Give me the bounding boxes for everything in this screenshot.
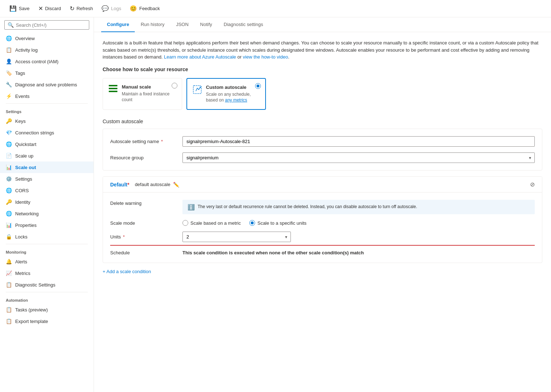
manual-scale-card[interactable]: Manual scale Maintain a fixed instance c… bbox=[103, 78, 182, 110]
sidebar-item-networking[interactable]: 🌐 Networking bbox=[0, 208, 94, 219]
content-body: Autoscale is a built-in feature that hel… bbox=[94, 32, 551, 281]
resource-group-select[interactable]: signalrpremium bbox=[182, 152, 535, 163]
feedback-icon: 😊 bbox=[130, 5, 137, 12]
add-scale-condition-button[interactable]: + Add a scale condition bbox=[103, 269, 542, 274]
sidebar-item-scale-up[interactable]: 📄 Scale up bbox=[0, 150, 94, 161]
info-icon: ℹ️ bbox=[188, 204, 195, 211]
sidebar-item-label: Connection strings bbox=[15, 130, 54, 135]
main-layout: 🔍 🌐 Overview 📋 Activity log 👤 Access con… bbox=[0, 17, 551, 392]
access-control-icon: 👤 bbox=[6, 59, 12, 64]
default-header-left: Default* default autoscale ✏️ bbox=[110, 182, 179, 188]
sidebar-item-tags[interactable]: 🏷️ Tags bbox=[0, 67, 94, 79]
sidebar-item-tasks[interactable]: 📋 Tasks (preview) bbox=[0, 304, 94, 315]
feedback-label: Feedback bbox=[139, 6, 160, 11]
sidebar-item-export-template[interactable]: 📋 Export template bbox=[0, 315, 94, 327]
custom-autoscale-card[interactable]: Custom autoscale Scale on any schedule, … bbox=[186, 78, 266, 110]
sidebar-item-label: Keys bbox=[15, 119, 26, 124]
manual-scale-radio[interactable] bbox=[172, 83, 177, 89]
scale-units-option[interactable]: Scale to a specific units bbox=[249, 220, 306, 226]
warning-text: The very last or default recurrence rule… bbox=[198, 203, 417, 210]
scale-metric-option[interactable]: Scale based on a metric bbox=[182, 220, 241, 226]
search-input[interactable] bbox=[16, 22, 86, 28]
sidebar-item-overview[interactable]: 🌐 Overview bbox=[0, 33, 94, 44]
warning-box: ℹ️ The very last or default recurrence r… bbox=[182, 200, 535, 214]
any-metrics-link[interactable]: any metrics bbox=[225, 98, 247, 103]
search-box[interactable]: 🔍 bbox=[4, 20, 89, 30]
setting-name-label: Autoscale setting name * bbox=[110, 139, 182, 144]
sidebar-item-properties[interactable]: 📊 Properties bbox=[0, 219, 94, 231]
logs-label: Logs bbox=[111, 6, 121, 11]
sidebar-item-alerts[interactable]: 🔔 Alerts bbox=[0, 256, 94, 267]
diagnostic-settings-icon: 📋 bbox=[6, 282, 12, 288]
search-icon: 🔍 bbox=[8, 22, 14, 28]
scale-metric-label: Scale based on a metric bbox=[190, 220, 241, 226]
sidebar-item-activity-log[interactable]: 📋 Activity log bbox=[0, 44, 94, 56]
tab-diagnostic-settings[interactable]: Diagnostic settings bbox=[218, 17, 269, 32]
connection-strings-icon: 💎 bbox=[6, 130, 12, 135]
feedback-button[interactable]: 😊 Feedback bbox=[126, 3, 163, 14]
tab-run-history[interactable]: Run history bbox=[135, 17, 170, 32]
sidebar-item-identity[interactable]: 🔑 Identity bbox=[0, 196, 94, 208]
resource-group-wrapper: signalrpremium ▾ bbox=[182, 152, 535, 163]
setting-name-input[interactable] bbox=[182, 136, 535, 147]
logs-button[interactable]: 💬 Logs bbox=[98, 3, 125, 14]
sidebar-item-label: Activity log bbox=[15, 47, 38, 53]
sidebar-item-access-control[interactable]: 👤 Access control (IAM) bbox=[0, 56, 94, 67]
sidebar-item-connection-strings[interactable]: 💎 Connection strings bbox=[0, 127, 94, 138]
divider-settings bbox=[6, 103, 88, 104]
metrics-icon: 📈 bbox=[6, 270, 12, 276]
tasks-icon: 📋 bbox=[6, 307, 12, 313]
view-video-link[interactable]: view the how-to video bbox=[243, 54, 288, 60]
networking-icon: 🌐 bbox=[6, 211, 12, 216]
scale-metric-radio[interactable] bbox=[182, 220, 188, 226]
custom-autoscale-content: Custom autoscale Scale on any schedule, … bbox=[206, 85, 259, 104]
delete-icon[interactable]: ⊘ bbox=[530, 181, 535, 188]
discard-label: Discard bbox=[45, 6, 61, 11]
manual-scale-desc: Maintain a fixed instance count bbox=[122, 91, 176, 103]
sidebar-item-locks[interactable]: 🔒 Locks bbox=[0, 231, 94, 242]
sidebar-item-cors[interactable]: 🌐 CORS bbox=[0, 185, 94, 196]
sidebar-item-scale-out[interactable]: 📊 Scale out bbox=[0, 161, 94, 173]
settings-section-label: Settings bbox=[0, 105, 94, 115]
units-select[interactable]: 1 2 3 4 5 bbox=[182, 232, 291, 242]
export-template-icon: 📋 bbox=[6, 318, 12, 324]
sidebar: 🔍 🌐 Overview 📋 Activity log 👤 Access con… bbox=[0, 17, 94, 392]
default-header: Default* default autoscale ✏️ ⊘ bbox=[103, 177, 542, 193]
scale-mode-radio-group: Scale based on a metric Scale to a speci… bbox=[182, 220, 306, 226]
identity-icon: 🔑 bbox=[6, 199, 12, 205]
autoscale-settings-form: Autoscale setting name * Resource group … bbox=[103, 129, 542, 171]
scale-units-radio[interactable] bbox=[249, 220, 255, 226]
save-icon: 💾 bbox=[9, 5, 17, 12]
sidebar-item-label: Locks bbox=[15, 234, 27, 240]
custom-autoscale-radio[interactable] bbox=[255, 83, 261, 89]
discard-button[interactable]: ✕ Discard bbox=[35, 3, 65, 14]
default-body: Delete warning ℹ️ The very last or defau… bbox=[103, 193, 542, 263]
learn-more-link[interactable]: Learn more about Azure Autoscale bbox=[164, 54, 236, 60]
edit-icon[interactable]: ✏️ bbox=[173, 182, 179, 188]
custom-autoscale-section-label: Custom autoscale bbox=[103, 119, 542, 124]
sidebar-item-settings[interactable]: ⚙️ Settings bbox=[0, 173, 94, 185]
save-button[interactable]: 💾 Save bbox=[6, 3, 33, 14]
sidebar-item-metrics[interactable]: 📈 Metrics bbox=[0, 267, 94, 279]
quickstart-icon: 🌐 bbox=[6, 141, 12, 147]
tab-configure[interactable]: Configure bbox=[101, 17, 135, 32]
manual-scale-icon bbox=[109, 85, 117, 93]
scale-mode-label: Scale mode bbox=[110, 220, 182, 226]
content-area: Configure Run history JSON Notify Diagno… bbox=[94, 17, 551, 392]
refresh-button[interactable]: ↻ Refresh bbox=[66, 3, 97, 14]
sidebar-item-diagnostic-settings[interactable]: 📋 Diagnostic Settings bbox=[0, 279, 94, 290]
monitoring-section-label: Monitoring bbox=[0, 246, 94, 256]
sidebar-item-label: Quickstart bbox=[15, 142, 36, 147]
sidebar-item-keys[interactable]: 🔑 Keys bbox=[0, 115, 94, 127]
sidebar-item-label: Tasks (preview) bbox=[15, 307, 48, 313]
svg-rect-0 bbox=[109, 85, 117, 86]
cors-icon: 🌐 bbox=[6, 188, 12, 193]
tab-notify[interactable]: Notify bbox=[194, 17, 218, 32]
sidebar-item-events[interactable]: ⚡ Events bbox=[0, 90, 94, 102]
sidebar-item-quickstart[interactable]: 🌐 Quickstart bbox=[0, 138, 94, 150]
sidebar-item-label: Scale up bbox=[15, 153, 34, 159]
scale-mode-row: Scale mode Scale based on a metric Scale… bbox=[110, 220, 535, 226]
units-select-wrapper: 1 2 3 4 5 ▾ bbox=[182, 232, 291, 242]
sidebar-item-diagnose[interactable]: 🔧 Diagnose and solve problems bbox=[0, 79, 94, 90]
tab-json[interactable]: JSON bbox=[170, 17, 194, 32]
